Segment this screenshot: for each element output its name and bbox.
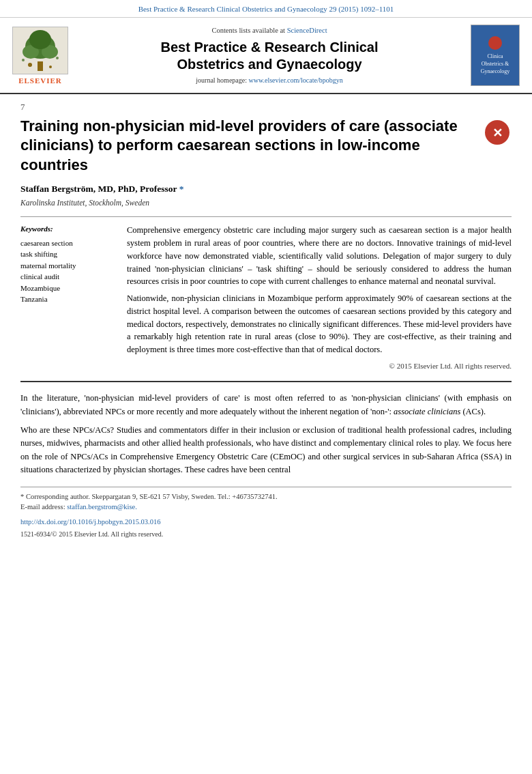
keyword-maternal-mortality: maternal mortality	[20, 260, 116, 272]
journal-citation-text: Best Practice & Research Clinical Obstet…	[138, 5, 394, 13]
svg-rect-1	[38, 61, 43, 71]
body-section: In the literature, 'non-physician mid-le…	[20, 381, 512, 476]
sciencedirect-link[interactable]: ScienceDirect	[287, 27, 327, 34]
divider-1	[20, 216, 512, 217]
keywords-column: Keywords: caesarean section task shiftin…	[20, 224, 116, 371]
keywords-title: Keywords:	[20, 224, 116, 234]
svg-point-5	[29, 30, 51, 49]
svg-point-8	[22, 59, 25, 61]
cover-title-text: Clinica Obstetrics & Gynaecology	[481, 53, 510, 76]
elsevier-logo-section: ELSEVIER	[10, 25, 71, 86]
keyword-caesarean-section: caesarean section	[20, 238, 116, 249]
doi-line[interactable]: http://dx.doi.org/10.1016/j.bpobgyn.2015…	[20, 517, 512, 528]
svg-point-9	[56, 57, 59, 59]
footnote-section: * Corresponding author. Skeppargatan 9, …	[20, 487, 512, 539]
associate-clinicians-italic: associate clinicians	[394, 407, 460, 416]
email-link[interactable]: staffan.bergstrom@kise.	[67, 503, 137, 511]
journal-cover-right: Clinica Obstetrics & Gynaecology	[468, 25, 522, 86]
journal-center-info: Contents lists available at ScienceDirec…	[79, 25, 460, 86]
article-title-text: Training non-physician mid-level provide…	[20, 117, 477, 175]
copyright-line: © 2015 Elsevier Ltd. All rights reserved…	[127, 360, 512, 372]
body-paragraph-1: In the literature, 'non-physician mid-le…	[20, 392, 512, 418]
keyword-clinical-audit: clinical audit	[20, 271, 116, 283]
body-paragraph-2: Who are these NPCs/ACs? Studies and comm…	[20, 424, 512, 477]
affiliation-line: Karolinska Institutet, Stockholm, Sweden	[20, 197, 512, 208]
elsevier-tree-svg	[13, 27, 68, 74]
abstract-paragraph-1: Comprehensive emergency obstetric care i…	[127, 224, 512, 288]
abstract-paragraph-2: Nationwide, non-physician clinicians in …	[127, 292, 512, 356]
keyword-tanzania: Tanzania	[20, 293, 116, 305]
keyword-mozambique: Mozambique	[20, 283, 116, 294]
abstract-column: Comprehensive emergency obstetric care i…	[127, 224, 512, 371]
contents-available-line: Contents lists available at ScienceDirec…	[211, 26, 327, 36]
svg-point-7	[49, 66, 52, 68]
journal-citation-bar: Best Practice & Research Clinical Obstet…	[0, 0, 532, 18]
elsevier-tree-image	[12, 27, 68, 74]
svg-point-6	[28, 63, 32, 67]
crossmark-badge: ✕	[484, 119, 512, 147]
author-asterisk: *	[179, 184, 184, 194]
journal-title: Best Practice & Research Clinical Obstet…	[160, 39, 378, 73]
abstract-section: Keywords: caesarean section task shiftin…	[20, 224, 512, 371]
homepage-url[interactable]: www.elsevier.com/locate/bpobgyn	[249, 76, 343, 84]
email-line: E-mail address: staffan.bergstrom@kise.	[20, 502, 512, 513]
corresponding-author-note: * Corresponding author. Skeppargatan 9, …	[20, 491, 512, 502]
svg-text:✕: ✕	[492, 126, 503, 140]
journal-homepage-line: journal homepage: www.elsevier.com/locat…	[196, 76, 342, 85]
article-number: 7	[20, 101, 512, 113]
journal-header: ELSEVIER Contents lists available at Sci…	[0, 18, 532, 94]
cover-red-badge	[488, 36, 502, 50]
author-line: Staffan Bergström, MD, PhD, Professor *	[20, 183, 512, 196]
journal-cover-thumbnail: Clinica Obstetrics & Gynaecology	[471, 25, 520, 86]
article-title-section: Training non-physician mid-level provide…	[20, 117, 512, 175]
article-body: 7 Training non-physician mid-level provi…	[0, 94, 532, 552]
issn-line: 1521-6934/© 2015 Elsevier Ltd. All right…	[20, 529, 512, 539]
keyword-task-shifting: task shifting	[20, 248, 116, 260]
elsevier-brand-text: ELSEVIER	[18, 76, 62, 86]
